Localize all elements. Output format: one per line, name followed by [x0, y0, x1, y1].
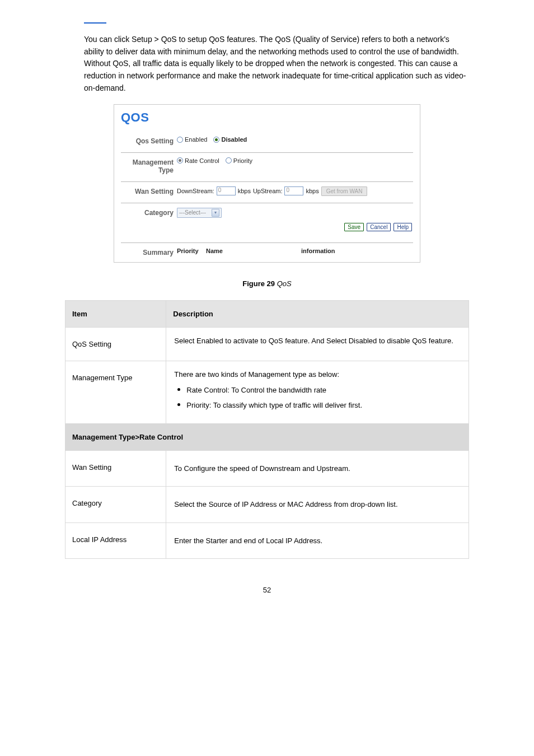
th-description: Description — [166, 301, 469, 328]
cell-wan-setting: Wan Setting — [65, 450, 166, 487]
cell-wan-setting-desc: To Configure the speed of Downstream and… — [166, 450, 469, 487]
summary-col-information: information — [301, 248, 413, 254]
downstream-label: DownStream: — [177, 188, 214, 194]
qos-setting-label: Qos Setting — [121, 136, 177, 145]
help-button[interactable]: Help — [394, 223, 412, 231]
row-qos-setting: Qos Setting Enabled Disabled — [121, 132, 413, 152]
row-wan-setting: Wan Setting DownStream: 0 kbps UpStream:… — [121, 182, 413, 203]
cell-management-type-desc: There are two kinds of Management type a… — [166, 361, 469, 424]
figure-caption: Figure 29 QoS — [65, 279, 469, 288]
panel-title: QOS — [121, 110, 413, 125]
table-row: Local IP Address Enter the Starter and e… — [65, 522, 469, 559]
figure-wrapper: QOS Qos Setting Enabled Disabled Managem… — [65, 104, 469, 263]
kbps-1: kbps — [238, 188, 251, 194]
cell-management-type: Management Type — [65, 361, 166, 424]
radio-disabled[interactable]: Disabled — [213, 136, 247, 143]
row-category: Category ---Select--- ▾ Save Cancel Help — [121, 203, 413, 242]
bullet-rate-control: Rate Control: To Control the bandwidth r… — [174, 385, 461, 396]
qos-screenshot: QOS Qos Setting Enabled Disabled Managem… — [114, 104, 420, 263]
cell-qos-setting-desc: Select Enabled to activate to QoS featur… — [166, 328, 469, 361]
get-from-wan-button[interactable]: Get from WAN — [321, 186, 368, 196]
cell-category: Category — [65, 487, 166, 523]
wan-setting-label: Wan Setting — [121, 186, 177, 195]
kbps-2: kbps — [306, 188, 318, 194]
row-summary: Summary Priority Name information — [121, 243, 413, 258]
table-row: QoS Setting Select Enabled to activate t… — [65, 328, 469, 361]
top-link-underline — [84, 22, 106, 24]
table-row: Management Type There are two kinds of M… — [65, 361, 469, 424]
radio-priority[interactable]: Priority — [226, 157, 252, 164]
downstream-input[interactable]: 0 — [217, 186, 236, 195]
table-subheader-row: Management Type>Rate Control — [65, 423, 469, 450]
bullet-priority: Priority: To classify which type of traf… — [174, 400, 461, 411]
th-item: Item — [65, 301, 166, 328]
description-table: Item Description QoS Setting Select Enab… — [65, 300, 469, 559]
select-placeholder: ---Select--- — [179, 209, 206, 216]
summary-col-priority: Priority — [177, 248, 206, 254]
table-header-row: Item Description — [65, 301, 469, 328]
upstream-label: UpStream: — [253, 188, 283, 194]
summary-header-row: Priority Name information — [177, 248, 413, 254]
table-row: Wan Setting To Configure the speed of Do… — [65, 450, 469, 487]
category-label: Category — [121, 208, 177, 217]
category-select[interactable]: ---Select--- ▾ — [177, 208, 222, 218]
action-button-row: Save Cancel Help — [177, 223, 413, 230]
save-button[interactable]: Save — [344, 223, 364, 231]
cell-qos-setting: QoS Setting — [65, 328, 166, 361]
cell-local-ip: Local IP Address — [65, 522, 166, 559]
cell-local-ip-desc: Enter the Starter and end of Local IP Ad… — [166, 522, 469, 559]
cancel-button[interactable]: Cancel — [367, 223, 391, 231]
summary-col-name: Name — [206, 248, 301, 254]
radio-enabled[interactable]: Enabled — [177, 136, 207, 143]
table-row: Category Select the Source of IP Address… — [65, 487, 469, 523]
summary-label: Summary — [121, 248, 177, 256]
th-rate-control-section: Management Type>Rate Control — [65, 423, 469, 450]
management-type-label: Management Type — [121, 157, 177, 175]
intro-paragraph: You can click Setup > QoS to setup QoS f… — [65, 34, 469, 94]
radio-rate-control[interactable]: Rate Control — [177, 157, 219, 164]
row-management-type: Management Type Rate Control Priority — [121, 153, 413, 182]
page-number: 52 — [65, 586, 469, 594]
cell-category-desc: Select the Source of IP Address or MAC A… — [166, 487, 469, 523]
upstream-input[interactable]: 0 — [284, 186, 303, 195]
chevron-down-icon: ▾ — [212, 209, 219, 217]
